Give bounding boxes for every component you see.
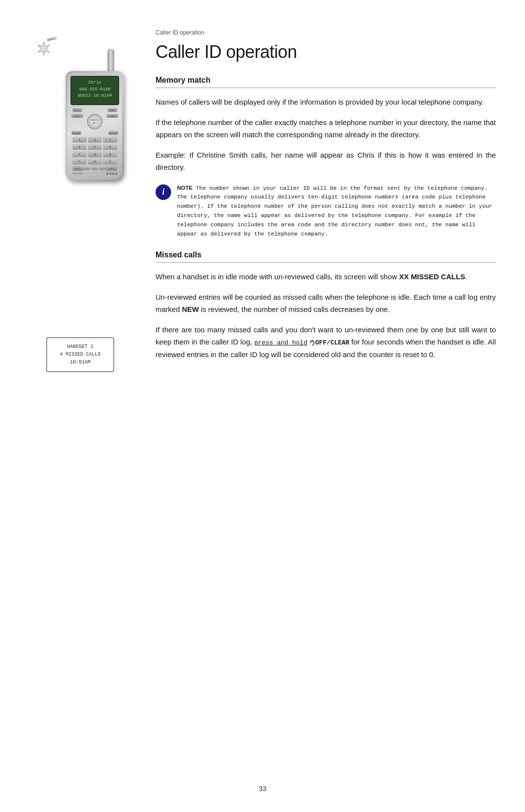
key-4[interactable]: 4 [72, 144, 87, 150]
phone-screen-datetime: NOV23 10:01AM [73, 93, 116, 100]
key-6[interactable]: 6 [103, 144, 117, 150]
flash-button[interactable]: FLASH [71, 131, 81, 135]
star-button[interactable]: STAR [106, 114, 118, 118]
missed-calls-para3: If there are too many missed calls and y… [156, 324, 496, 361]
key-star[interactable]: * [72, 159, 87, 164]
off-clear-symbol: OFF/CLEAR [309, 339, 349, 346]
ring-badge: RING! [34, 36, 61, 58]
missed-calls-heading: Missed calls [156, 251, 496, 263]
missed-calls-para2: Un-reviewed entries will be counted as m… [156, 291, 496, 316]
memory-match-para3: Example: If Christine Smith calls, her n… [156, 149, 496, 174]
note-body: The number shown in your caller ID will … [177, 185, 492, 237]
svg-marker-0 [38, 42, 50, 55]
phone-screen: Chris 908-555-0100 NOV23 10:01AM [70, 76, 119, 105]
phone-screen-number: 908-555-0100 [73, 87, 116, 93]
memory-match-para1: Names of callers will be displayed only … [156, 96, 496, 108]
memory-match-heading: Memory match [156, 76, 496, 88]
key-8[interactable]: 8 [88, 151, 102, 157]
missed-calls-display: HANDSET 1 4 MISSED CALLS 10:01AM [46, 337, 114, 372]
key-3[interactable]: 3 [103, 137, 117, 143]
phone-keypad: 1 2 3 4 5 6 7 8 9 * 0 # [70, 137, 119, 164]
para1-prefix: When a handset is in idle mode with un-r… [156, 272, 399, 281]
clear-button[interactable]: CLEAR [108, 131, 118, 135]
missed-calls-para1: When a handset is in idle mode with un-r… [156, 271, 496, 283]
memory-match-section: Memory match Names of callers will be di… [156, 76, 496, 239]
phone-body: Chris 908-555-0100 NOV23 10:01AM VOL DIS… [66, 71, 124, 181]
note-text: NOTE The number shown in your caller ID … [177, 183, 496, 239]
note-icon: i [156, 184, 171, 200]
missed-calls-line3: 10:01AM [52, 359, 108, 366]
phone-illustration: RING! Chris 908-555-0100 NOV23 1 [36, 44, 124, 181]
page-number: 33 [259, 785, 266, 793]
vol-button[interactable]: VOL [72, 108, 82, 112]
missed-calls-line2: 4 MISSED CALLS [52, 351, 108, 359]
page-title: Caller ID operation [156, 42, 496, 62]
memory-match-para2: If the telephone number of the caller ex… [156, 116, 496, 141]
phone-screen-name: Chris [73, 80, 116, 87]
key-1[interactable]: 1 [72, 137, 87, 143]
talk-button[interactable]: TALK [106, 166, 117, 171]
key-7[interactable]: 7 [72, 151, 87, 157]
xx-missed-calls-bold: XX MISSED CALLS [399, 272, 465, 281]
missed-calls-line1: HANDSET 1 [52, 343, 108, 351]
key-0[interactable]: 0 [88, 159, 102, 164]
key-5[interactable]: 5 [88, 144, 102, 150]
key-hash[interactable]: # [103, 159, 117, 164]
new-bold: NEW [182, 305, 199, 313]
press-and-hold: press and hold [254, 339, 307, 346]
key-9[interactable]: 9 [103, 151, 117, 157]
key-2[interactable]: 2 [88, 137, 102, 143]
left-sidebar: RING! Chris 908-555-0100 NOV23 1 [0, 29, 136, 773]
breadcrumb: Caller ID operation [156, 29, 496, 36]
main-content: Caller ID operation Caller ID operation … [136, 29, 525, 773]
menu-select-button[interactable]: MENUSEL [87, 114, 103, 129]
note-box: i NOTE The number shown in your caller I… [156, 183, 496, 239]
missed-calls-section: Missed calls When a handset is in idle m… [156, 251, 496, 361]
cid-button[interactable]: CID [71, 114, 83, 118]
note-label: NOTE [177, 185, 192, 191]
display-button[interactable]: DISP [107, 108, 117, 112]
svg-text:RING!: RING! [47, 36, 57, 42]
mute-button[interactable]: MUTE [72, 166, 84, 171]
